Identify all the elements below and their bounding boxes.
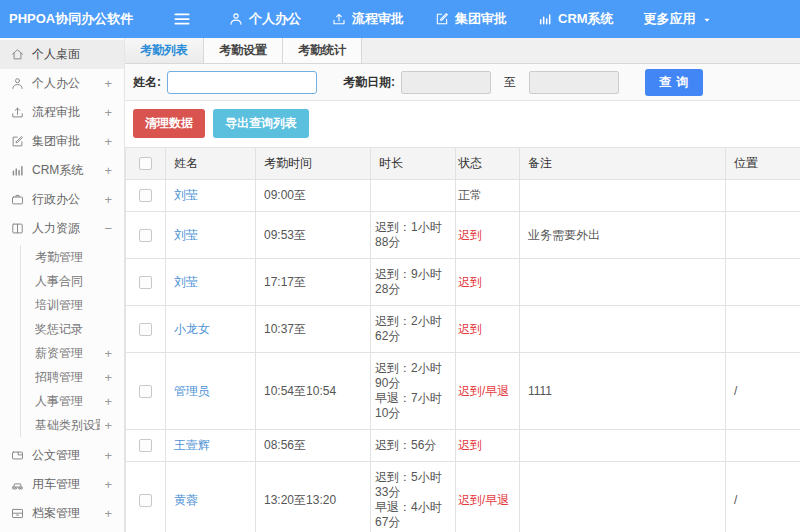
sidebar-item-3[interactable]: 流程审批+ (0, 98, 124, 127)
topnav-item-3[interactable]: 集团审批 (434, 10, 507, 28)
header-cell-6: 位置 (726, 148, 800, 180)
header-cell-4: 状态 (456, 148, 520, 180)
clean-data-button[interactable]: 清理数据 (133, 109, 205, 138)
export-list-button[interactable]: 导出查询列表 (213, 109, 309, 138)
sidebar-subitem-2[interactable]: 人事合同 (21, 269, 112, 293)
expand-toggle[interactable]: + (104, 394, 112, 409)
employee-name-link[interactable]: 小龙女 (174, 322, 210, 336)
row-checkbox[interactable] (139, 276, 152, 289)
time-cell: 09:00至 (256, 180, 371, 212)
name-filter-label: 姓名: (133, 74, 161, 91)
note-cell (520, 180, 726, 212)
sidebar-subitem-6[interactable]: 招聘管理+ (21, 365, 112, 389)
edit-icon (10, 134, 25, 149)
employee-name-link[interactable]: 刘莹 (174, 188, 198, 202)
expand-toggle[interactable]: + (104, 134, 112, 149)
note-cell (520, 306, 726, 353)
sidebar-item-9[interactable]: 用车管理+ (0, 470, 124, 499)
sidebar-item-8[interactable]: 公文管理+ (0, 441, 124, 470)
app-logo: PHPOA协同办公软件 (0, 10, 132, 28)
employee-name-link[interactable]: 刘莹 (174, 275, 198, 289)
attendance-row-5: 管理员10:54至10:54迟到：2小时90分早退：7小时10分迟到/早退111… (126, 353, 800, 430)
tab-2[interactable]: 考勤设置 (204, 38, 283, 63)
topnav-item-1[interactable]: 个人办公 (228, 10, 301, 28)
employee-name-link[interactable]: 刘莹 (174, 228, 198, 242)
briefcase-icon (10, 192, 25, 207)
row-checkbox[interactable] (139, 439, 152, 452)
expand-toggle[interactable]: − (104, 221, 112, 236)
sidebar-item-11[interactable]: 项目管理+ (0, 528, 124, 532)
topnav-item-4[interactable]: CRM系统 (537, 10, 614, 28)
topnav-item-label: 集团审批 (455, 10, 507, 28)
date-to-input[interactable] (529, 71, 619, 94)
row-checkbox[interactable] (139, 385, 152, 398)
row-checkbox[interactable] (139, 229, 152, 242)
expand-toggle[interactable]: + (104, 76, 112, 91)
select-all-checkbox[interactable] (139, 157, 152, 170)
topnav-item-5[interactable]: 更多应用 (644, 10, 714, 28)
expand-toggle[interactable]: + (104, 346, 112, 361)
sidebar-subitem-label: 奖惩记录 (35, 321, 108, 338)
expand-toggle[interactable]: + (104, 370, 112, 385)
sidebar-item-7[interactable]: 人力资源− (0, 214, 124, 243)
employee-name-link[interactable]: 管理员 (174, 384, 210, 398)
tab-3[interactable]: 考勤统计 (283, 38, 362, 63)
employee-name-link[interactable]: 王壹辉 (174, 438, 210, 452)
expand-toggle[interactable]: + (104, 105, 112, 120)
late-duration: 迟到：1小时88分 (375, 220, 451, 250)
sidebar-subitem-3[interactable]: 培训管理 (21, 293, 112, 317)
sidebar-subitem-4[interactable]: 奖惩记录 (21, 317, 112, 341)
sidebar-subitem-7[interactable]: 人事管理+ (21, 389, 112, 413)
early-leave-duration: 早退：4小时67分 (375, 500, 451, 530)
expand-toggle[interactable]: + (104, 506, 112, 521)
expand-toggle[interactable]: + (104, 448, 112, 463)
attendance-table: 姓名考勤时间时长状态备注位置 刘莹09:00至正常刘莹09:53至迟到：1小时8… (125, 147, 800, 532)
sidebar-item-label: 流程审批 (32, 104, 100, 121)
late-duration: 迟到：2小时90分 (375, 361, 451, 391)
sidebar-item-4[interactable]: 集团审批+ (0, 127, 124, 156)
topnav-item-2[interactable]: 流程审批 (331, 10, 404, 28)
location-cell (726, 212, 800, 259)
app-window: PHPOA协同办公软件 个人办公流程审批集团审批CRM系统更多应用 个人桌面个人… (0, 0, 800, 532)
topnav-item-label: 流程审批 (352, 10, 404, 28)
name-filter-input[interactable] (167, 71, 317, 94)
date-from-input[interactable] (401, 71, 491, 94)
duration-cell: 迟到：9小时28分 (371, 259, 456, 306)
tab-1[interactable]: 考勤列表 (125, 38, 204, 63)
sidebar-item-2[interactable]: 个人办公+ (0, 69, 124, 98)
sidebar-item-10[interactable]: 档案管理+ (0, 499, 124, 528)
expand-toggle[interactable]: + (104, 192, 112, 207)
employee-name-link[interactable]: 黄蓉 (174, 493, 198, 507)
location-cell (726, 259, 800, 306)
row-checkbox[interactable] (139, 323, 152, 336)
late-duration: 迟到：2小时62分 (375, 314, 451, 344)
sidebar-subitem-label: 考勤管理 (35, 249, 108, 266)
status-cell: 迟到/早退 (456, 353, 520, 430)
sidebar-subitem-1[interactable]: 考勤管理 (21, 245, 112, 269)
row-checkbox[interactable] (139, 189, 152, 202)
location-cell (726, 180, 800, 212)
duration-cell: 迟到：1小时88分 (371, 212, 456, 259)
home-icon (10, 47, 25, 62)
car-icon (10, 477, 25, 492)
date-filter-label: 考勤日期: (343, 74, 395, 91)
sidebar-item-5[interactable]: CRM系统+ (0, 156, 124, 185)
expand-toggle[interactable]: + (104, 163, 112, 178)
topnav-item-label: 更多应用 (644, 10, 696, 28)
sidebar-item-1[interactable]: 个人桌面 (0, 40, 124, 69)
duration-cell: 迟到：5小时33分早退：4小时67分 (371, 462, 456, 532)
menu-toggle-icon[interactable] (172, 9, 192, 29)
name-cell: 刘莹 (166, 180, 256, 212)
row-checkbox-cell (126, 462, 166, 532)
expand-toggle[interactable]: + (104, 418, 112, 433)
sidebar-item-label: 用车管理 (32, 476, 100, 493)
location-cell (726, 430, 800, 462)
expand-toggle[interactable]: + (104, 477, 112, 492)
sidebar-subitem-8[interactable]: 基础类别设置+ (21, 413, 112, 437)
query-button[interactable]: 查 询 (645, 69, 703, 96)
sidebar-item-6[interactable]: 行政办公+ (0, 185, 124, 214)
location-cell: / (726, 353, 800, 430)
late-duration: 迟到：5小时33分 (375, 470, 451, 500)
sidebar-subitem-5[interactable]: 薪资管理+ (21, 341, 112, 365)
row-checkbox[interactable] (139, 494, 152, 507)
